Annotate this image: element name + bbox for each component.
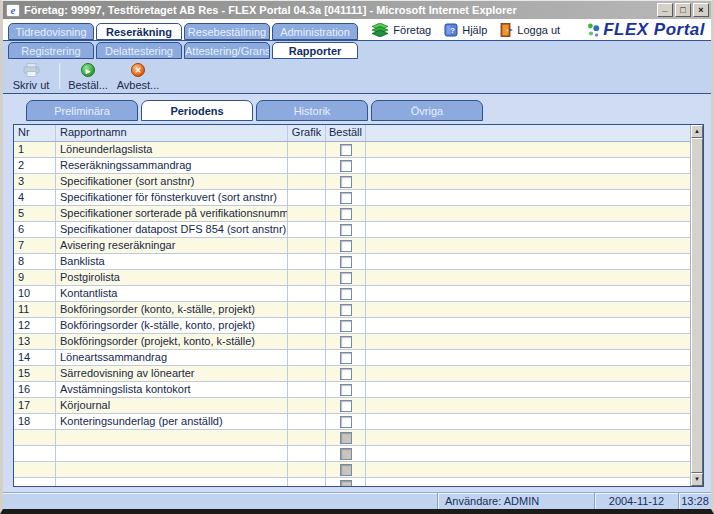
company-link[interactable]: Företag xyxy=(372,23,431,37)
report-nr: 18 xyxy=(14,414,56,429)
grafik-cell xyxy=(288,286,326,301)
help-link[interactable]: ? Hjälp xyxy=(444,23,487,37)
table-row[interactable]: 1 Löneunderlagslista xyxy=(14,142,690,158)
order-checkbox[interactable] xyxy=(340,336,352,348)
logout-link-label: Logga ut xyxy=(517,24,560,36)
table-row[interactable]: 7 Avisering reseräkningar xyxy=(14,238,690,254)
report-tab-historik[interactable]: Historik xyxy=(256,100,368,121)
report-nr: 17 xyxy=(14,398,56,413)
table-row[interactable]: 8 Banklista xyxy=(14,254,690,270)
report-name: Postgirolista xyxy=(56,270,288,285)
bestall-cell xyxy=(326,238,366,253)
main-tab-administration[interactable]: Administration xyxy=(272,23,358,40)
tab-label: Reseräkning xyxy=(106,26,172,38)
tab-label: Rapporter xyxy=(289,45,342,57)
order-checkbox[interactable] xyxy=(340,288,352,300)
grafik-cell xyxy=(288,222,326,237)
scroll-down-icon[interactable]: ▼ xyxy=(691,473,703,486)
status-date: 2004-11-12 xyxy=(594,493,678,509)
logout-link[interactable]: Logga ut xyxy=(500,23,560,37)
table-row[interactable]: 11 Bokföringsorder (konto, k-ställe, pro… xyxy=(14,302,690,318)
sub-tab-attestering-granskning[interactable]: Attestering/Granskning xyxy=(184,42,270,59)
report-nr: 1 xyxy=(14,142,56,157)
main-tab-tidredovisning[interactable]: Tidredovisning xyxy=(8,23,94,40)
table-row[interactable]: 10 Kontantlista xyxy=(14,286,690,302)
order-checkbox[interactable] xyxy=(340,368,352,380)
maximize-button[interactable]: □ xyxy=(675,3,691,17)
report-name: Specifikationer sorterade på verifikatio… xyxy=(56,206,288,221)
scroll-up-icon[interactable]: ▲ xyxy=(691,125,703,138)
report-name: Banklista xyxy=(56,254,288,269)
filler-cell xyxy=(366,254,690,269)
report-nr: 9 xyxy=(14,270,56,285)
company-link-label: Företag xyxy=(393,24,431,36)
table-row[interactable]: 15 Särredovisning av lönearter xyxy=(14,366,690,382)
order-checkbox[interactable] xyxy=(340,384,352,396)
vertical-scrollbar[interactable]: ▲ ▼ xyxy=(690,125,703,486)
cancel-order-button[interactable]: ✕ Avbest... xyxy=(113,62,163,91)
tab-label: Registrering xyxy=(21,45,80,57)
order-checkbox[interactable] xyxy=(340,176,352,188)
filler-cell xyxy=(366,414,690,429)
order-checkbox[interactable] xyxy=(340,272,352,284)
table-row[interactable]: 18 Konteringsunderlag (per anställd) xyxy=(14,414,690,430)
table-row[interactable]: 4 Specifikationer för fönsterkuvert (sor… xyxy=(14,190,690,206)
filler-cell xyxy=(366,158,690,173)
logo-text: FLEX Portal xyxy=(603,21,705,38)
empty-table-row xyxy=(14,446,690,462)
order-checkbox[interactable] xyxy=(340,144,352,156)
grafik-cell xyxy=(288,302,326,317)
table-row[interactable]: 12 Bokföringsorder (k-ställe, konto, pro… xyxy=(14,318,690,334)
order-checkbox[interactable] xyxy=(340,208,352,220)
order-checkbox[interactable] xyxy=(340,192,352,204)
report-name: Bokföringsorder (projekt, konto, k-ställ… xyxy=(56,334,288,349)
order-checkbox[interactable] xyxy=(340,400,352,412)
table-row[interactable]: 5 Specifikationer sorterade på verifikat… xyxy=(14,206,690,222)
print-button[interactable]: Skriv ut xyxy=(6,62,56,91)
order-checkbox[interactable] xyxy=(340,320,352,332)
order-checkbox[interactable] xyxy=(340,240,352,252)
order-checkbox[interactable] xyxy=(340,256,352,268)
table-row[interactable]: 6 Specifikationer datapost DFS 854 (sort… xyxy=(14,222,690,238)
report-tab-övriga[interactable]: Övriga xyxy=(371,100,483,121)
table-header-row: Nr Rapportnamn Grafik Beställ xyxy=(14,125,690,142)
main-tab-resebeställning[interactable]: Resebeställning xyxy=(184,23,270,40)
table-row[interactable]: 14 Löneartssammandrag xyxy=(14,350,690,366)
function-tab-band: Registrering Delattestering Attestering/… xyxy=(3,41,711,93)
table-row[interactable]: 2 Reseräkningssammandrag xyxy=(14,158,690,174)
sub-tab-delattestering[interactable]: Delattestering xyxy=(96,42,182,59)
main-tab-reseräkning[interactable]: Reseräkning xyxy=(96,23,182,40)
table-row[interactable]: 3 Specifikationer (sort anstnr) xyxy=(14,174,690,190)
report-tab-periodens[interactable]: Periodens xyxy=(141,100,253,121)
report-name: Kontantlista xyxy=(56,286,288,301)
close-button[interactable]: × xyxy=(693,3,709,17)
table-body: 1 Löneunderlagslista 2 Reseräkningssamma… xyxy=(14,142,690,486)
flex-logo-icon xyxy=(587,22,600,38)
order-button[interactable]: ▸ Bestäl... xyxy=(63,62,113,91)
sub-tab-rapporter[interactable]: Rapporter xyxy=(272,42,358,59)
minimize-button[interactable]: _ xyxy=(657,3,673,17)
grafik-cell xyxy=(288,206,326,221)
report-tab-preliminära[interactable]: Preliminära xyxy=(26,100,138,121)
order-checkbox[interactable] xyxy=(340,304,352,316)
table-row[interactable]: 9 Postgirolista xyxy=(14,270,690,286)
order-button-label: Bestäl... xyxy=(68,79,108,91)
flex-portal-logo: FLEX Portal xyxy=(587,21,705,38)
bestall-cell xyxy=(326,174,366,189)
scrollbar-thumb[interactable] xyxy=(691,138,703,473)
report-nr: 13 xyxy=(14,334,56,349)
table-row[interactable]: 17 Körjournal xyxy=(14,398,690,414)
table-row[interactable]: 16 Avstämningslista kontokort xyxy=(14,382,690,398)
order-checkbox[interactable] xyxy=(340,352,352,364)
report-nr: 12 xyxy=(14,318,56,333)
grafik-cell xyxy=(288,158,326,173)
table-row[interactable]: 13 Bokföringsorder (projekt, konto, k-st… xyxy=(14,334,690,350)
report-name: Löneunderlagslista xyxy=(56,142,288,157)
order-checkbox[interactable] xyxy=(340,224,352,236)
report-name: Bokföringsorder (k-ställe, konto, projek… xyxy=(56,318,288,333)
order-checkbox[interactable] xyxy=(340,416,352,428)
sub-tab-registrering[interactable]: Registrering xyxy=(8,42,94,59)
order-checkbox[interactable] xyxy=(340,160,352,172)
column-header-grafik: Grafik xyxy=(288,125,326,141)
report-nr: 4 xyxy=(14,190,56,205)
